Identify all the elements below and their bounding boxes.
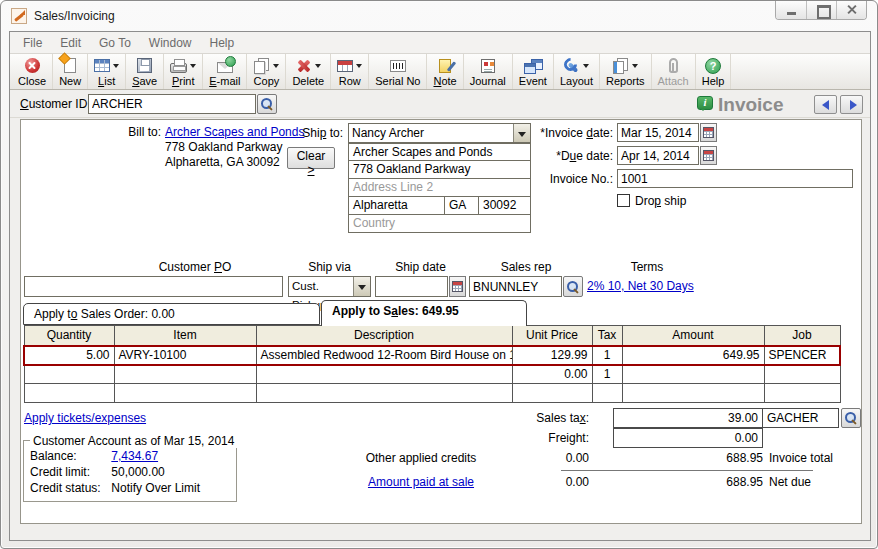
amount-paid-at-sale-link[interactable]: Amount paid at sale (351, 475, 491, 489)
new-button[interactable]: New (53, 54, 88, 89)
save-button[interactable]: Save (126, 54, 164, 89)
cell-unit-price[interactable]: 129.99 (512, 346, 592, 365)
cell-item[interactable]: AVRY-10100 (114, 346, 256, 365)
cell-quantity[interactable] (24, 365, 114, 384)
chevron-down-icon[interactable] (353, 277, 370, 296)
print-button[interactable]: Print (164, 54, 203, 89)
table-row[interactable]: 5.00 AVRY-10100 Assembled Redwood 12-Roo… (24, 346, 840, 365)
customer-po-input[interactable] (24, 276, 283, 297)
net-due-value: 688.95 (663, 475, 763, 489)
journal-button[interactable]: Journal (464, 54, 513, 89)
close-window-button[interactable] (836, 0, 866, 19)
drop-ship-checkbox[interactable] (617, 194, 630, 207)
sales-tax-lookup-button[interactable] (841, 408, 861, 428)
terms-link[interactable]: 2% 10, Net 30 Days (587, 279, 694, 293)
dropdown-arrow-icon[interactable] (632, 64, 638, 68)
invoice-info-bubble-icon[interactable] (697, 96, 713, 110)
help-button[interactable]: Help (696, 54, 732, 89)
apply-tickets-expenses-link[interactable]: Apply tickets/expenses (24, 411, 146, 425)
ship-via-label: Ship via (288, 260, 371, 274)
balance-row: Balance: 7,434.67 (30, 449, 158, 463)
due-date-calendar-button[interactable] (700, 146, 717, 165)
menu-file[interactable]: File (14, 36, 51, 50)
customer-id-lookup-button[interactable] (257, 94, 277, 114)
sales-tax-code-field[interactable]: GACHER (762, 408, 839, 428)
ship-to-city-field[interactable]: Alpharetta (349, 197, 445, 214)
cell-quantity[interactable]: 5.00 (24, 346, 114, 365)
cell-job[interactable] (764, 384, 840, 403)
cell-amount[interactable]: 649.95 (622, 346, 764, 365)
cell-tax[interactable]: 1 (592, 346, 622, 365)
dropdown-arrow-icon[interactable] (315, 64, 321, 68)
invoice-date-calendar-button[interactable] (700, 123, 717, 142)
invoice-no-input[interactable] (617, 169, 853, 188)
dropdown-arrow-icon[interactable] (113, 64, 119, 68)
event-button[interactable]: Event (513, 54, 554, 89)
minimize-button[interactable] (776, 0, 806, 19)
note-button[interactable]: Note (427, 54, 463, 89)
table-row[interactable] (24, 384, 840, 403)
ship-to-country-field[interactable]: Country (348, 215, 531, 233)
customer-id-input[interactable] (88, 94, 256, 114)
ship-to-zip-field[interactable]: 30092 (479, 197, 530, 214)
dropdown-arrow-icon[interactable] (190, 64, 196, 68)
copy-button[interactable]: Copy (247, 54, 286, 89)
cell-tax[interactable] (592, 384, 622, 403)
ship-to-state-field[interactable]: GA (445, 197, 479, 214)
ship-to-name-value: Nancy Archer (352, 126, 424, 140)
menu-goto[interactable]: Go To (90, 36, 140, 50)
next-record-button[interactable] (840, 95, 863, 114)
previous-record-button[interactable] (814, 95, 837, 114)
cell-job[interactable]: SPENCER (764, 346, 840, 365)
delete-x-icon (296, 58, 312, 74)
invoice-total-label: Invoice total (769, 451, 833, 465)
cell-item[interactable] (114, 365, 256, 384)
serial-no-button[interactable]: Serial No (369, 54, 427, 89)
ship-date-calendar-button[interactable] (449, 276, 466, 297)
balance-value-link[interactable]: 7,434.67 (111, 449, 158, 463)
sales-rep-input[interactable] (469, 276, 562, 297)
reports-icon (612, 58, 629, 74)
credit-status-label: Credit status: (30, 481, 108, 495)
sales-tax-amount-field[interactable]: 39.00 (613, 408, 763, 428)
cell-description[interactable]: Assembled Redwood 12-Room Bird House on … (256, 346, 512, 365)
invoice-panel: Bill to: Archer Scapes and Ponds 778 Oak… (20, 119, 862, 524)
menu-window[interactable]: Window (140, 36, 201, 50)
dropdown-arrow-icon[interactable] (583, 64, 589, 68)
table-row-icon (337, 60, 353, 72)
cell-item[interactable] (114, 384, 256, 403)
sales-rep-lookup-button[interactable] (563, 276, 583, 297)
cell-job[interactable] (764, 365, 840, 384)
tab-apply-to-sales[interactable]: Apply to Sales: 649.95 (321, 300, 527, 326)
maximize-button[interactable] (806, 0, 836, 19)
list-button[interactable]: List (88, 54, 126, 89)
close-button[interactable]: Close (12, 54, 53, 89)
freight-amount-field[interactable]: 0.00 (613, 428, 763, 448)
email-button[interactable]: E-mail (203, 54, 247, 89)
clear-ship-to-button[interactable]: Clear > (287, 147, 335, 169)
ship-via-combobox[interactable]: Cust. Pickup (288, 276, 371, 297)
cell-unit-price[interactable]: 0.00 (512, 365, 592, 384)
cell-amount[interactable] (622, 384, 764, 403)
event-windows-icon (524, 59, 542, 73)
tab-apply-to-sales-order[interactable]: Apply to Sales Order: 0.00 (23, 303, 320, 325)
ship-date-input[interactable] (375, 276, 448, 297)
cell-description[interactable] (256, 384, 512, 403)
delete-button[interactable]: Delete (286, 54, 331, 89)
row-button[interactable]: Row (331, 54, 369, 89)
cell-description[interactable] (256, 365, 512, 384)
cell-quantity[interactable] (24, 384, 114, 403)
credit-limit-label: Credit limit: (30, 465, 108, 479)
cell-unit-price[interactable] (512, 384, 592, 403)
dropdown-arrow-icon[interactable] (273, 64, 279, 68)
layout-button[interactable]: Layout (554, 54, 600, 89)
cell-amount[interactable] (622, 365, 764, 384)
table-row[interactable]: 0.00 1 (24, 365, 840, 384)
invoice-date-input[interactable] (617, 123, 699, 142)
due-date-input[interactable] (617, 146, 699, 165)
dropdown-arrow-icon[interactable] (356, 64, 362, 68)
cell-tax[interactable]: 1 (592, 365, 622, 384)
menu-help[interactable]: Help (201, 36, 244, 50)
reports-button[interactable]: Reports (600, 54, 652, 89)
menu-edit[interactable]: Edit (51, 36, 90, 50)
